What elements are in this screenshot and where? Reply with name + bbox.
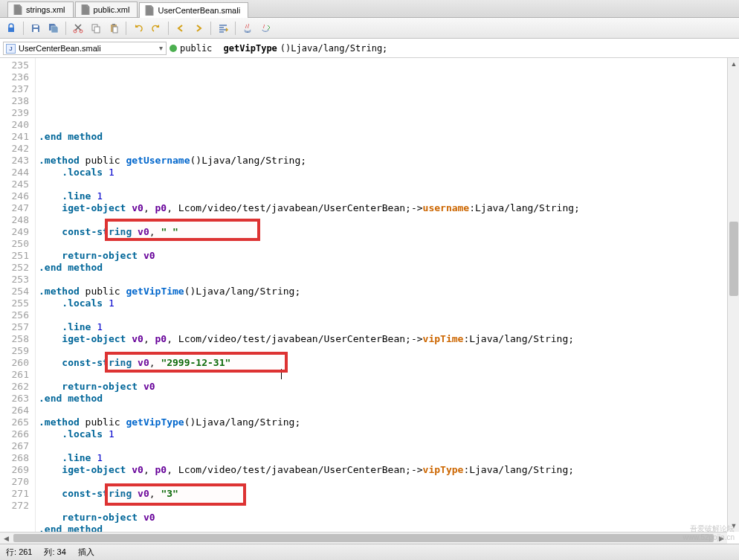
line-number[interactable]: 268: [0, 452, 29, 464]
line-number[interactable]: 254: [0, 286, 29, 297]
code-line[interactable]: return-object v0: [36, 512, 739, 524]
line-number[interactable]: 270: [0, 476, 29, 488]
line-number[interactable]: 245: [0, 178, 29, 190]
code-line[interactable]: .line 1: [36, 452, 739, 464]
line-number[interactable]: 239: [0, 107, 29, 119]
line-number[interactable]: 272: [0, 500, 29, 512]
code-line[interactable]: .method public getVipType()Ljava/lang/St…: [36, 416, 739, 428]
line-number[interactable]: 251: [0, 250, 29, 262]
line-number[interactable]: 267: [0, 440, 29, 452]
compile-button[interactable]: [257, 20, 274, 36]
line-number[interactable]: 252: [0, 262, 29, 274]
tab-public-xml[interactable]: public.xml: [75, 1, 138, 17]
code-line[interactable]: [36, 500, 739, 512]
line-number[interactable]: 250: [0, 238, 29, 250]
line-number[interactable]: 248: [0, 214, 29, 226]
code-line[interactable]: .line 1: [36, 321, 739, 333]
scroll-left-button[interactable]: ◀: [0, 532, 12, 544]
line-number[interactable]: 246: [0, 190, 29, 202]
code-line[interactable]: [36, 476, 739, 488]
tab-usercenterbean-smali[interactable]: UserCenterBean.smali: [139, 2, 248, 18]
line-number[interactable]: 257: [0, 321, 29, 333]
line-number[interactable]: 269: [0, 464, 29, 476]
copy-button[interactable]: [88, 20, 104, 36]
line-number[interactable]: 243: [0, 155, 29, 167]
scroll-thumb[interactable]: [13, 534, 714, 542]
code-line[interactable]: .end method: [36, 262, 739, 274]
code-line[interactable]: [36, 143, 739, 155]
code-line[interactable]: .locals 1: [36, 428, 739, 440]
java-button[interactable]: [239, 20, 256, 36]
paste-button[interactable]: [106, 20, 122, 36]
undo-button[interactable]: [130, 20, 146, 36]
line-number[interactable]: 256: [0, 309, 29, 321]
code-line[interactable]: .line 1: [36, 190, 739, 202]
horizontal-scrollbar[interactable]: ◀ ▶: [0, 532, 727, 544]
code-line[interactable]: iget-object v0, p0, Lcom/video/test/java…: [36, 464, 739, 476]
line-number[interactable]: 249: [0, 226, 29, 238]
scroll-up-button[interactable]: ▲: [728, 58, 739, 70]
save-button[interactable]: [28, 20, 44, 36]
line-number[interactable]: 240: [0, 119, 29, 131]
file-icon: [144, 5, 155, 16]
cut-button[interactable]: [70, 20, 86, 36]
save-all-button[interactable]: [45, 20, 62, 36]
code-line[interactable]: .end method: [36, 131, 739, 143]
code-line[interactable]: [36, 274, 739, 286]
code-line[interactable]: iget-object v0, p0, Lcom/video/test/java…: [36, 333, 739, 345]
line-number[interactable]: 237: [0, 83, 29, 95]
line-number[interactable]: 244: [0, 167, 29, 178]
line-number[interactable]: 262: [0, 381, 29, 393]
line-number[interactable]: 265: [0, 416, 29, 428]
tab-strings-xml[interactable]: strings.xml: [7, 1, 74, 17]
line-number[interactable]: 261: [0, 369, 29, 381]
line-number[interactable]: 258: [0, 333, 29, 345]
code-line[interactable]: .method public getVipTime()Ljava/lang/St…: [36, 286, 739, 297]
code-line[interactable]: [36, 440, 739, 452]
code-line[interactable]: const-string v0, "2999-12-31": [36, 357, 739, 369]
vertical-scrollbar[interactable]: ▲ ▼: [727, 58, 739, 532]
code-line[interactable]: [36, 405, 739, 416]
code-line[interactable]: [36, 369, 739, 381]
code-area[interactable]: .end method .method public getUsername()…: [36, 58, 739, 544]
line-number[interactable]: 264: [0, 405, 29, 416]
file-name: UserCenterBean.smali: [19, 44, 101, 53]
lock-button[interactable]: [3, 20, 19, 36]
code-line[interactable]: .locals 1: [36, 297, 739, 309]
line-number[interactable]: 266: [0, 428, 29, 440]
code-line[interactable]: [36, 309, 739, 321]
back-button[interactable]: [172, 20, 189, 36]
method-breadcrumb[interactable]: public getVipType ()Ljava/lang/String;: [170, 43, 387, 54]
line-number[interactable]: 259: [0, 345, 29, 357]
forward-button[interactable]: [190, 20, 207, 36]
line-number[interactable]: 242: [0, 143, 29, 155]
code-line[interactable]: [36, 345, 739, 357]
line-number[interactable]: 236: [0, 71, 29, 83]
line-number[interactable]: 260: [0, 357, 29, 369]
line-number[interactable]: 263: [0, 393, 29, 405]
code-line[interactable]: .end method: [36, 393, 739, 405]
code-line[interactable]: const-string v0, "3": [36, 488, 739, 500]
line-number[interactable]: 241: [0, 131, 29, 143]
code-line[interactable]: return-object v0: [36, 250, 739, 262]
redo-button[interactable]: [148, 20, 164, 36]
code-line[interactable]: const-string v0, " ": [36, 226, 739, 238]
line-gutter[interactable]: 2352362372382392402412422432442452462472…: [0, 58, 36, 544]
line-number[interactable]: 271: [0, 488, 29, 500]
code-line[interactable]: [36, 178, 739, 190]
line-number[interactable]: 255: [0, 297, 29, 309]
line-number[interactable]: 247: [0, 202, 29, 214]
format-button[interactable]: [215, 20, 231, 36]
file-dropdown[interactable]: J UserCenterBean.smali: [3, 42, 167, 55]
line-number[interactable]: 253: [0, 274, 29, 286]
line-number[interactable]: 235: [0, 59, 29, 71]
svg-rect-9: [113, 27, 117, 33]
code-line[interactable]: [36, 214, 739, 226]
code-line[interactable]: [36, 238, 739, 250]
code-line[interactable]: .locals 1: [36, 167, 739, 178]
code-line[interactable]: return-object v0: [36, 381, 739, 393]
code-line[interactable]: iget-object v0, p0, Lcom/video/test/java…: [36, 202, 739, 214]
line-number[interactable]: 238: [0, 95, 29, 107]
code-line[interactable]: .method public getUsername()Ljava/lang/S…: [36, 155, 739, 167]
scroll-thumb[interactable]: [729, 222, 738, 296]
